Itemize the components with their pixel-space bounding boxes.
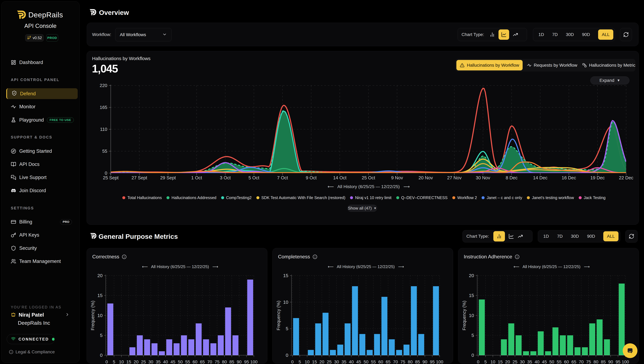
svg-text:60: 60 <box>564 360 569 364</box>
svg-text:8 Dec: 8 Dec <box>506 175 518 180</box>
svg-text:9 Nov: 9 Nov <box>391 175 403 180</box>
svg-text:0: 0 <box>105 360 108 364</box>
svg-text:45: 45 <box>356 360 361 364</box>
svg-text:90: 90 <box>237 360 241 364</box>
svg-text:100: 100 <box>250 360 258 364</box>
svg-text:15: 15 <box>283 273 288 278</box>
svg-text:55: 55 <box>185 360 190 364</box>
svg-text:75: 75 <box>400 360 405 364</box>
svg-text:10: 10 <box>119 360 124 364</box>
svg-text:20: 20 <box>469 273 474 278</box>
svg-text:20: 20 <box>319 360 324 364</box>
svg-text:0: 0 <box>105 170 107 176</box>
svg-text:80: 80 <box>593 360 598 364</box>
svg-text:85: 85 <box>601 360 606 364</box>
svg-text:65: 65 <box>386 360 391 364</box>
svg-text:10: 10 <box>283 300 288 305</box>
svg-text:45: 45 <box>542 360 547 364</box>
svg-text:14 Dec: 14 Dec <box>533 175 547 180</box>
svg-text:27 Nov: 27 Nov <box>447 175 462 180</box>
svg-text:70: 70 <box>393 360 398 364</box>
svg-text:30 Nov: 30 Nov <box>476 175 490 180</box>
svg-text:0: 0 <box>291 360 294 364</box>
svg-text:70: 70 <box>207 360 212 364</box>
svg-text:10: 10 <box>469 313 474 318</box>
svg-text:75: 75 <box>215 360 219 364</box>
svg-text:Frequency (%): Frequency (%) <box>462 300 467 330</box>
svg-text:55: 55 <box>371 360 376 364</box>
svg-text:50: 50 <box>364 360 368 364</box>
svg-text:5: 5 <box>298 360 301 364</box>
svg-text:110: 110 <box>100 127 107 132</box>
svg-text:50: 50 <box>178 360 183 364</box>
svg-text:95: 95 <box>430 360 435 364</box>
svg-text:25: 25 <box>327 360 332 364</box>
svg-text:75: 75 <box>586 360 591 364</box>
svg-text:25: 25 <box>141 360 146 364</box>
svg-text:5: 5 <box>484 360 487 364</box>
svg-text:10: 10 <box>97 313 103 318</box>
svg-text:10: 10 <box>490 360 495 364</box>
svg-text:25 Sept: 25 Sept <box>103 175 119 180</box>
svg-text:70: 70 <box>579 360 583 364</box>
svg-text:55: 55 <box>102 149 107 154</box>
svg-text:100: 100 <box>622 360 629 364</box>
svg-text:65: 65 <box>200 360 205 364</box>
svg-text:25: 25 <box>512 360 517 364</box>
svg-text:20 Nov: 20 Nov <box>419 175 433 180</box>
svg-text:15: 15 <box>126 360 131 364</box>
svg-text:60: 60 <box>192 360 197 364</box>
svg-text:27 Sept: 27 Sept <box>132 175 147 180</box>
svg-text:80: 80 <box>408 360 413 364</box>
svg-text:50: 50 <box>549 360 554 364</box>
svg-text:16 Dec: 16 Dec <box>562 175 576 180</box>
svg-text:15: 15 <box>498 360 503 364</box>
svg-text:30: 30 <box>334 360 339 364</box>
svg-text:25 Oct: 25 Oct <box>362 175 375 180</box>
svg-text:35: 35 <box>156 360 161 364</box>
svg-text:35: 35 <box>527 360 532 364</box>
svg-text:1 Oct: 1 Oct <box>191 175 202 180</box>
svg-text:85: 85 <box>415 360 420 364</box>
svg-text:35: 35 <box>342 360 346 364</box>
svg-text:165: 165 <box>100 105 107 110</box>
svg-text:30: 30 <box>148 360 153 364</box>
svg-text:55: 55 <box>557 360 561 364</box>
svg-text:0: 0 <box>100 352 103 358</box>
svg-text:Frequency (%): Frequency (%) <box>276 300 281 330</box>
svg-text:100: 100 <box>436 360 443 364</box>
svg-text:5: 5 <box>113 360 115 364</box>
svg-text:15: 15 <box>97 293 103 298</box>
svg-text:5: 5 <box>471 333 474 338</box>
svg-text:80: 80 <box>222 360 227 364</box>
svg-text:20: 20 <box>505 360 510 364</box>
svg-text:60: 60 <box>378 360 383 364</box>
svg-text:3 Oct: 3 Oct <box>220 175 231 180</box>
svg-text:220: 220 <box>100 83 107 88</box>
svg-text:95: 95 <box>615 360 620 364</box>
svg-text:65: 65 <box>571 360 576 364</box>
svg-text:14 Oct: 14 Oct <box>333 175 347 180</box>
svg-text:0: 0 <box>477 360 479 364</box>
svg-text:0: 0 <box>286 352 288 358</box>
svg-text:40: 40 <box>349 360 354 364</box>
svg-text:9 Oct: 9 Oct <box>306 175 316 180</box>
svg-text:22 Dec: 22 Dec <box>619 175 633 180</box>
svg-text:10: 10 <box>305 360 309 364</box>
svg-text:20: 20 <box>134 360 138 364</box>
svg-text:95: 95 <box>244 360 249 364</box>
svg-text:20: 20 <box>97 273 103 278</box>
svg-text:7 Oct: 7 Oct <box>277 175 288 180</box>
svg-text:45: 45 <box>170 360 175 364</box>
svg-text:29 Sept: 29 Sept <box>160 175 176 180</box>
svg-text:19 Dec: 19 Dec <box>590 175 605 180</box>
svg-text:30: 30 <box>520 360 525 364</box>
svg-text:5 Oct: 5 Oct <box>248 175 259 180</box>
svg-text:85: 85 <box>229 360 234 364</box>
svg-text:40: 40 <box>163 360 168 364</box>
svg-text:90: 90 <box>422 360 427 364</box>
svg-text:5: 5 <box>286 326 288 331</box>
svg-text:Frequency (%): Frequency (%) <box>90 300 95 330</box>
svg-text:90: 90 <box>608 360 613 364</box>
svg-text:40: 40 <box>534 360 539 364</box>
